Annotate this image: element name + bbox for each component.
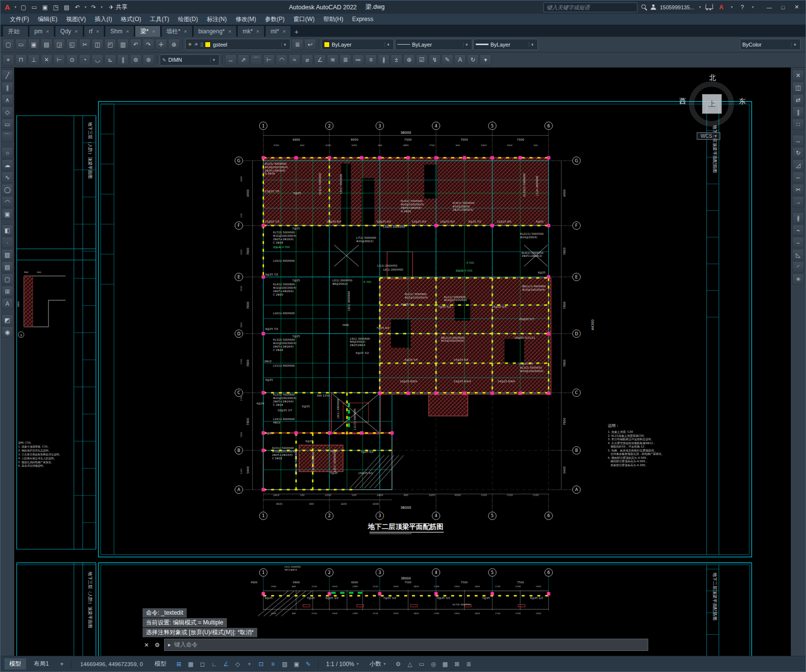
save-icon[interactable]: ▣ bbox=[40, 2, 50, 12]
menu-item[interactable]: 格式(O) bbox=[117, 14, 146, 25]
layer-properties-icon[interactable]: ≣ bbox=[292, 39, 303, 50]
dim-edit-icon[interactable]: ✎ bbox=[441, 54, 453, 66]
scale-tool-icon[interactable]: ◿ bbox=[792, 159, 804, 171]
undo-caret-icon[interactable]: ▾ bbox=[83, 2, 88, 12]
dim-jogged-icon[interactable]: ≈ bbox=[289, 54, 300, 66]
dim-update-icon[interactable]: ↻ bbox=[467, 54, 479, 66]
snap-from-icon[interactable]: ⌖ bbox=[2, 54, 14, 66]
customization-icon[interactable]: ≣ bbox=[463, 659, 474, 669]
snap-tangent-icon[interactable]: ◡ bbox=[92, 54, 103, 66]
polygon-tool-icon[interactable]: ◇ bbox=[1, 106, 13, 118]
layer-on-bulb-icon[interactable]: ☀ bbox=[188, 42, 192, 47]
plot-preview-icon[interactable]: ◲ bbox=[53, 39, 65, 50]
snap-parallel-icon[interactable]: ∥ bbox=[117, 54, 129, 66]
join-tool-icon[interactable]: ⌣ bbox=[792, 237, 804, 248]
annotation-visibility-icon[interactable]: △ bbox=[404, 659, 415, 669]
file-tab[interactable]: 墙柱*× bbox=[161, 25, 193, 37]
pan-tool-icon[interactable]: ✛ bbox=[155, 39, 167, 50]
transparency-icon[interactable]: ▨ bbox=[279, 659, 291, 669]
app-menu-caret-icon[interactable]: ▾ bbox=[13, 2, 18, 12]
infer-constraints-icon[interactable]: ◻ bbox=[197, 659, 208, 669]
copy-tool-icon[interactable]: ◫ bbox=[792, 82, 804, 93]
undo-icon[interactable]: ↶ bbox=[73, 2, 82, 12]
menu-item[interactable]: 文件(F) bbox=[5, 14, 33, 25]
linetype-dropdown[interactable]: ByLayer ▾ bbox=[395, 39, 472, 50]
dim-diameter-icon[interactable]: ⌀ bbox=[301, 54, 313, 66]
snap-midpoint-icon[interactable]: ⊥ bbox=[28, 54, 40, 66]
snap-center-icon[interactable]: ⊙ bbox=[66, 54, 78, 66]
file-tab[interactable]: pm× bbox=[29, 25, 54, 37]
table-tool-icon[interactable]: ⊞ bbox=[1, 286, 13, 297]
viewcube-top-face[interactable]: 上 bbox=[702, 94, 722, 114]
point-tool-icon[interactable]: · bbox=[1, 237, 13, 248]
snap-intersection-icon[interactable]: ✕ bbox=[41, 54, 52, 66]
dim-linear-icon[interactable]: ↔ bbox=[225, 54, 237, 66]
mirror-tool-icon[interactable]: ⇄ bbox=[792, 94, 804, 105]
xline-tool-icon[interactable]: ∥ bbox=[1, 82, 13, 93]
wipeout-tool-icon[interactable]: ◩ bbox=[1, 314, 13, 325]
file-tab[interactable]: 开始 bbox=[2, 25, 28, 37]
viewcube[interactable]: 北 西 东 上 WCS▾ bbox=[683, 75, 742, 153]
viewcube-north[interactable]: 北 bbox=[709, 74, 716, 82]
workspace-switch-icon[interactable]: ⚙ bbox=[392, 659, 404, 669]
layer-freeze-icon[interactable]: ☀ bbox=[194, 42, 198, 47]
region-tool-icon[interactable]: ▢ bbox=[1, 274, 13, 285]
ortho-icon[interactable]: ∟ bbox=[209, 659, 220, 669]
new-tab-button[interactable]: + bbox=[292, 27, 301, 37]
ellipse-arc-tool-icon[interactable]: ◠ bbox=[1, 196, 13, 207]
publish-icon[interactable]: ◱ bbox=[66, 39, 78, 50]
dim-textedit-icon[interactable]: A bbox=[454, 54, 466, 66]
match-properties-icon[interactable]: ▥ bbox=[117, 39, 129, 50]
revcloud-tool-icon[interactable]: ☁ bbox=[1, 159, 13, 171]
object-snap-tracking-icon[interactable]: + bbox=[244, 659, 255, 669]
units-button[interactable]: 小数▾ bbox=[366, 659, 390, 669]
array-tool-icon[interactable]: ∷ bbox=[792, 119, 804, 130]
fillet-tool-icon[interactable]: ◜ bbox=[792, 261, 804, 273]
share-button[interactable]: ✈ 共享 bbox=[106, 3, 130, 11]
file-tab[interactable]: Shm× bbox=[105, 25, 134, 37]
polar-tracking-icon[interactable]: ∠ bbox=[220, 659, 232, 669]
dynamic-input-icon[interactable]: ✎ bbox=[303, 659, 314, 669]
menu-item[interactable]: 视图(V) bbox=[62, 14, 90, 25]
dim-inspect-icon[interactable]: ☑ bbox=[416, 54, 428, 66]
isolate-objects-icon[interactable]: ◎ bbox=[428, 659, 439, 669]
snap-quadrant-icon[interactable]: ◔ bbox=[79, 54, 91, 66]
command-close-icon[interactable]: ✕ bbox=[143, 642, 150, 648]
file-tab[interactable]: Qdy× bbox=[55, 25, 83, 37]
mtext-tool-icon[interactable]: A bbox=[1, 298, 13, 309]
lineweight-dropdown[interactable]: ByLayer ▾ bbox=[473, 39, 538, 50]
dim-jogline-icon[interactable]: ↯ bbox=[429, 54, 440, 66]
layout1-tab[interactable]: 布局1 bbox=[29, 658, 54, 670]
quick-properties-icon[interactable]: ▭ bbox=[416, 659, 427, 669]
dim-aligned-icon[interactable]: ⇗ bbox=[238, 54, 249, 66]
dim-break-icon[interactable]: ∦ bbox=[378, 54, 390, 66]
dim-angular-icon[interactable]: ∠ bbox=[314, 54, 326, 66]
properties-tool-icon[interactable]: ◉ bbox=[1, 326, 13, 338]
isodraft-icon[interactable]: ◇ bbox=[232, 659, 244, 669]
file-tab[interactable]: biangeng*× bbox=[193, 25, 237, 37]
trim-tool-icon[interactable]: ✂ bbox=[792, 184, 804, 195]
menu-item[interactable]: 修改(M) bbox=[231, 14, 261, 25]
annotation-scale-button[interactable]: 1:1 / 100%▾ bbox=[322, 660, 363, 669]
new-file-icon[interactable]: ▢ bbox=[2, 39, 14, 50]
wcs-menu[interactable]: WCS▾ bbox=[697, 132, 720, 140]
tolerance-icon[interactable]: ± bbox=[391, 54, 402, 66]
menu-item[interactable]: 参数(P) bbox=[261, 14, 289, 25]
search-icon[interactable] bbox=[641, 4, 647, 10]
clean-screen-icon[interactable]: ⊠ bbox=[451, 659, 463, 669]
autodesk-apps-icon[interactable]: A bbox=[716, 2, 726, 12]
color-dropdown[interactable]: ByLayer ▾ bbox=[321, 39, 394, 50]
viewcube-east[interactable]: 东 bbox=[739, 97, 746, 106]
snap-node-icon[interactable]: ⊚ bbox=[130, 54, 142, 66]
menu-item[interactable]: 标注(N) bbox=[202, 14, 231, 25]
dim-quick-icon[interactable]: ≋ bbox=[327, 54, 339, 66]
help-button[interactable]: ? bbox=[737, 2, 747, 12]
dim-space-icon[interactable]: ≡ bbox=[365, 54, 377, 66]
menu-item[interactable]: 编辑(E) bbox=[33, 14, 62, 25]
stretch-tool-icon[interactable]: ⇔ bbox=[792, 172, 804, 183]
paste-icon[interactable]: ◰ bbox=[104, 39, 116, 50]
arc-tool-icon[interactable]: ⌒ bbox=[1, 131, 13, 142]
redo-caret-icon[interactable]: ▾ bbox=[99, 2, 104, 12]
rotate-tool-icon[interactable]: ↻ bbox=[792, 147, 804, 158]
command-input[interactable]: ▸ 键入命令 bbox=[164, 639, 648, 651]
